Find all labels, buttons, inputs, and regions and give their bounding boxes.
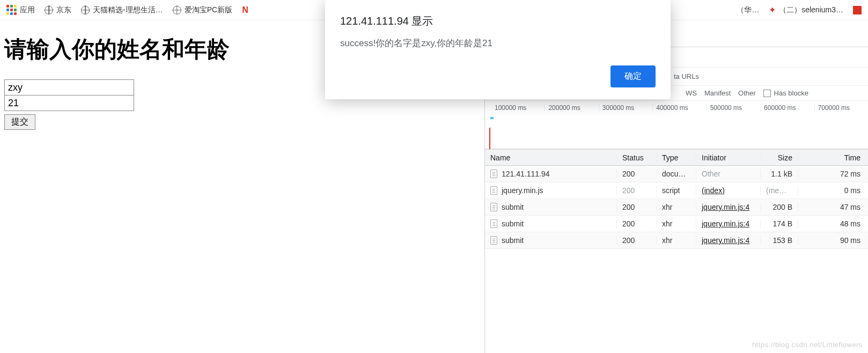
network-table-header: Name Status Type Initiator Size Time: [485, 149, 868, 166]
alert-message: success!你的名字是zxy,你的年龄是21: [340, 37, 656, 49]
filter-ws[interactable]: WS: [686, 89, 697, 97]
file-icon: [490, 186, 497, 195]
apps-grid-icon: [6, 5, 17, 15]
data-urls-label: ta URLs: [674, 72, 699, 80]
watermark: https://blog.csdn.net/Littleflowers: [752, 341, 863, 349]
network-table-body: 121.41.111.94200docu…Other1.1 kB72 msjqu…: [485, 166, 868, 249]
bookmark-hua[interactable]: （华…: [737, 5, 759, 15]
bookmark-jd[interactable]: 京东: [45, 5, 71, 15]
globe-icon: [81, 6, 90, 14]
age-input[interactable]: [4, 95, 134, 111]
bookmark-label: （二）selenium3…: [779, 5, 843, 15]
cheetah-icon: ✦: [769, 5, 776, 15]
apps-shortcut[interactable]: 应用: [6, 5, 35, 15]
globe-icon: [173, 6, 181, 14]
name-input[interactable]: [4, 79, 134, 95]
has-blocked-checkbox[interactable]: Has blocke: [763, 89, 808, 98]
file-icon: [490, 203, 497, 211]
col-status[interactable]: Status: [617, 153, 657, 162]
table-row[interactable]: jquery.min.js200script(index)(mem…0 ms: [485, 182, 868, 199]
bookmark-label: 天猫精选-理想生活…: [93, 5, 163, 15]
alert-dialog: 121.41.111.94 显示 success!你的名字是zxy,你的年龄是2…: [325, 0, 671, 99]
col-initiator[interactable]: Initiator: [696, 153, 761, 162]
timeline-request-mark: [490, 117, 494, 119]
table-row[interactable]: submit200xhrjquery.min.js:4153 B90 ms: [485, 232, 868, 249]
table-row[interactable]: submit200xhrjquery.min.js:4174 B48 ms: [485, 216, 868, 232]
timeline-ticks: 100000 ms 200000 ms 300000 ms 400000 ms …: [485, 101, 868, 115]
filter-other[interactable]: Other: [738, 89, 756, 97]
table-row[interactable]: submit200xhrjquery.min.js:4200 B47 ms: [485, 199, 868, 216]
col-name[interactable]: Name: [485, 153, 617, 162]
network-timeline[interactable]: 100000 ms 200000 ms 300000 ms 400000 ms …: [485, 101, 868, 149]
file-icon: [490, 219, 497, 228]
bookmark-label: 京东: [56, 5, 71, 15]
apps-label: 应用: [20, 5, 35, 15]
col-time[interactable]: Time: [798, 153, 868, 162]
filter-manifest[interactable]: Manifest: [704, 89, 731, 97]
file-icon: [490, 170, 497, 178]
timeline-load-line: [489, 128, 490, 149]
letter-n-icon: N: [242, 5, 248, 15]
bookmark-selenium[interactable]: ✦ （二）selenium3…: [769, 5, 843, 15]
file-icon: [490, 236, 497, 245]
globe-icon: [45, 6, 53, 14]
bookmark-label: 爱淘宝PC新版: [185, 5, 232, 15]
bookmark-aitaobao[interactable]: 爱淘宝PC新版: [173, 5, 232, 15]
col-type[interactable]: Type: [657, 153, 696, 162]
bookmark-tmall[interactable]: 天猫精选-理想生活…: [81, 5, 163, 15]
alert-title: 121.41.111.94 显示: [340, 14, 656, 28]
red-square-icon: [853, 6, 862, 14]
col-size[interactable]: Size: [761, 153, 798, 162]
checkbox-icon: [763, 90, 771, 97]
submit-button[interactable]: 提交: [4, 114, 35, 130]
alert-ok-button[interactable]: 确定: [610, 65, 656, 87]
bookmark-label: （华…: [737, 5, 759, 15]
table-row[interactable]: 121.41.111.94200docu…Other1.1 kB72 ms: [485, 166, 868, 182]
